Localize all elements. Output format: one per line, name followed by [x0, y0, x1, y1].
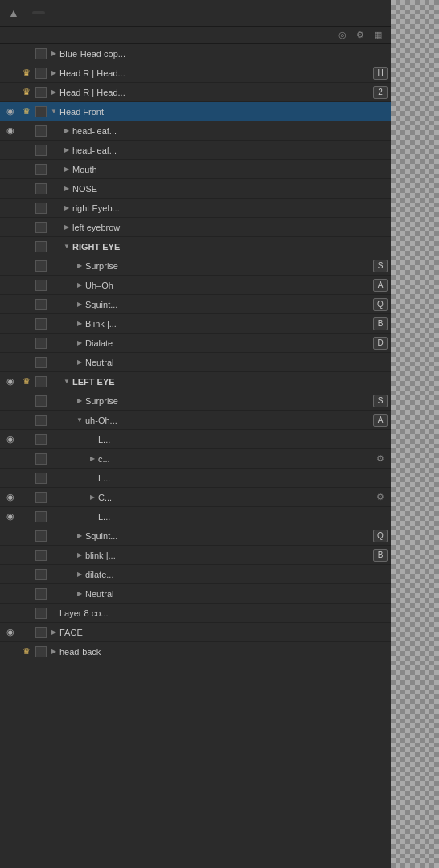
col-icon-3[interactable]: ▦: [370, 30, 386, 40]
layer-row[interactable]: ♛▶Mouth: [0, 160, 391, 179]
color-square: [35, 299, 47, 310]
layer-row[interactable]: ♛▶Neutral: [0, 353, 391, 372]
layer-row[interactable]: ♛▶right Eyeb...: [0, 199, 391, 218]
layer-badge: Q: [373, 530, 388, 542]
expand-icon[interactable]: ▼: [74, 416, 85, 424]
expand-icon[interactable]: ▶: [74, 281, 85, 289]
layer-row[interactable]: ♛▶Squint...Q: [0, 295, 391, 314]
expand-icon[interactable]: ▶: [61, 146, 72, 154]
visibility-icon[interactable]: ◉: [3, 511, 18, 522]
layer-row[interactable]: ♛▶Squint...Q: [0, 526, 391, 546]
expand-icon[interactable]: ▶: [87, 455, 98, 462]
layer-row[interactable]: ◉♛L...: [0, 430, 391, 449]
layer-row[interactable]: ♛▶Head R | Head...H: [0, 63, 391, 83]
color-square: [35, 530, 47, 542]
expand-icon[interactable]: ▶: [74, 262, 85, 269]
expand-icon[interactable]: ▼: [61, 378, 72, 385]
color-square: [35, 395, 47, 407]
expand-icon[interactable]: ▶: [74, 551, 85, 559]
expand-icon[interactable]: ▶: [74, 358, 85, 366]
color-square: [35, 492, 47, 503]
layer-badge: D: [373, 337, 388, 350]
layer-name-cell: ▶head-leaf...: [48, 126, 371, 136]
expand-icon[interactable]: ▶: [61, 204, 72, 211]
expand-icon[interactable]: ▶: [61, 223, 72, 231]
expand-icon[interactable]: ▶: [74, 320, 85, 327]
layer-row[interactable]: ♛L...: [0, 469, 391, 488]
color-square: [35, 550, 47, 561]
visibility-icon[interactable]: ◉: [3, 434, 18, 444]
layer-badge: B: [373, 549, 388, 562]
color-square: [35, 569, 47, 580]
layer-row[interactable]: ♛▶Uh–OhA: [0, 276, 391, 295]
expand-icon[interactable]: ▶: [48, 628, 59, 636]
layer-row[interactable]: ♛▶SurpriseS: [0, 391, 391, 411]
header-bar: ▲: [0, 0, 391, 27]
color-square: [35, 145, 47, 156]
layer-name-cell: Layer 8 co...: [48, 608, 371, 618]
layer-row[interactable]: ♛▶SurpriseS: [0, 256, 391, 276]
expand-icon[interactable]: ▶: [74, 571, 85, 578]
layer-row[interactable]: ♛▶Blue-Head cop...: [0, 44, 391, 63]
layer-row[interactable]: ♛▶Neutral: [0, 584, 391, 604]
expand-icon[interactable]: ▶: [74, 532, 85, 539]
color-square: [35, 608, 47, 619]
expand-icon[interactable]: ▼: [61, 243, 72, 250]
layer-row[interactable]: ♛Layer 8 co...: [0, 604, 391, 623]
color-square: [35, 318, 47, 330]
layer-name: LEFT EYE: [72, 377, 371, 387]
expand-icon[interactable]: ▶: [48, 69, 59, 76]
expand-icon[interactable]: ▶: [74, 301, 85, 308]
expand-icon[interactable]: ▶: [61, 166, 72, 173]
color-square: [35, 415, 47, 426]
layer-name-cell: ▶Blink |...: [48, 319, 371, 329]
layer-row[interactable]: ◉♛▼Head Front: [0, 102, 391, 121]
layer-name-cell: ▶head-leaf...: [48, 145, 371, 155]
expand-icon[interactable]: ▶: [61, 185, 72, 192]
visibility-icon[interactable]: ◉: [3, 125, 18, 136]
layer-name-cell: ▶Neutral: [48, 358, 371, 367]
color-square: [35, 646, 47, 657]
expand-icon[interactable]: ▶: [74, 339, 85, 346]
layer-row[interactable]: ♛▶head-leaf...: [0, 141, 391, 160]
expand-icon[interactable]: ▶: [48, 50, 59, 57]
layer-row[interactable]: ◉♛L...: [0, 507, 391, 526]
expand-icon[interactable]: ▶: [74, 397, 85, 404]
layer-row[interactable]: ◉♛▶head-leaf...: [0, 121, 391, 141]
expand-icon[interactable]: ▶: [87, 493, 98, 501]
layer-list: ♛▶Blue-Head cop... ♛▶Head R | Head...H ♛…: [0, 44, 391, 661]
visibility-icon[interactable]: ◉: [3, 376, 18, 387]
layer-row[interactable]: ◉♛▶FACE: [0, 623, 391, 642]
layer-row[interactable]: ♛▶blink |...B: [0, 546, 391, 565]
layer-row[interactable]: ♛▼RIGHT EYE: [0, 237, 391, 256]
puppet-icon: ♛: [19, 376, 34, 387]
layer-row[interactable]: ♛▶Blink |...B: [0, 314, 391, 334]
layer-row[interactable]: ♛▶NOSE: [0, 179, 391, 199]
layer-row[interactable]: ♛▶dilate...: [0, 565, 391, 584]
layer-row[interactable]: ◉♛▼LEFT EYE: [0, 372, 391, 391]
expand-icon[interactable]: ▶: [48, 88, 59, 96]
visibility-icon[interactable]: ◉: [3, 106, 18, 117]
layer-row[interactable]: ♛▶Head R | Head...2: [0, 83, 391, 102]
expand-icon[interactable]: ▼: [48, 108, 59, 115]
layer-row[interactable]: ♛▼uh-Oh...A: [0, 411, 391, 430]
layer-row[interactable]: ♛▶c...⚙: [0, 449, 391, 469]
color-square: [35, 222, 47, 233]
layer-name-cell: ▶Blue-Head cop...: [48, 49, 371, 59]
expand-icon[interactable]: ▶: [74, 590, 85, 597]
visibility-icon[interactable]: ◉: [3, 492, 18, 502]
col-icon-2[interactable]: ⚙: [352, 30, 368, 40]
expand-icon[interactable]: ▶: [61, 127, 72, 134]
layer-row[interactable]: ♛▶head-back: [0, 642, 391, 661]
layer-name-cell: ▶NOSE: [48, 184, 371, 194]
layer-row[interactable]: ♛▶DialateD: [0, 334, 391, 353]
expand-icon[interactable]: ▶: [48, 648, 59, 655]
color-square: [35, 48, 47, 59]
col-icon-1[interactable]: ◎: [334, 30, 351, 40]
layer-name: Neutral: [85, 589, 371, 599]
canvas-area: [391, 0, 439, 868]
layer-row[interactable]: ♛▶left eyebrow: [0, 218, 391, 237]
visibility-icon[interactable]: ◉: [3, 627, 18, 637]
puppet-icon: ♛: [19, 646, 34, 657]
layer-row[interactable]: ◉♛▶C...⚙: [0, 488, 391, 507]
